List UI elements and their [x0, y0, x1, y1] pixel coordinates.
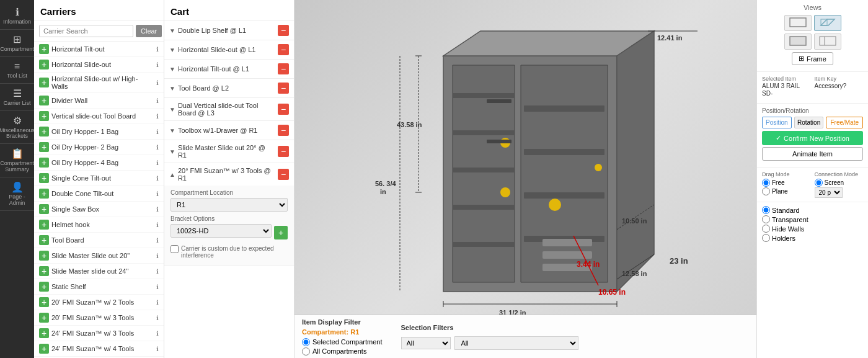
- remove-cart-item-btn[interactable]: −: [278, 63, 289, 74]
- add-carrier-btn[interactable]: +: [39, 220, 49, 230]
- add-carrier-btn[interactable]: +: [39, 158, 49, 168]
- add-carrier-btn[interactable]: +: [39, 313, 49, 323]
- selected-compartment-option[interactable]: Selected Compartment: [302, 338, 383, 346]
- add-carrier-btn[interactable]: +: [39, 60, 49, 69]
- list-item[interactable]: + Slide Master slide out 24" ℹ: [34, 264, 164, 279]
- chevron-down-icon[interactable]: ▼: [169, 127, 175, 134]
- confirm-new-position-btn[interactable]: ✓ Confirm New Position: [762, 131, 863, 145]
- free-radio-option[interactable]: Free: [762, 179, 811, 187]
- chevron-down-icon[interactable]: ▼: [169, 27, 175, 34]
- add-carrier-btn[interactable]: +: [39, 344, 49, 354]
- view-3d-btn[interactable]: [814, 15, 841, 31]
- remove-cart-item-btn[interactable]: −: [278, 104, 289, 115]
- list-item[interactable]: + Double Cone Tilt-out ℹ: [34, 186, 164, 202]
- list-item[interactable]: + Vertical slide-out Tool Board ℹ: [34, 109, 164, 124]
- chevron-down-icon[interactable]: ▼: [169, 47, 175, 53]
- add-carrier-btn[interactable]: +: [39, 328, 49, 338]
- list-item[interactable]: + Oil Dry Hopper- 1 Bag ℹ: [34, 124, 164, 140]
- sidebar-item-information[interactable]: ℹ Information: [0, 2, 34, 30]
- list-item[interactable]: + Helmet hook ℹ: [34, 217, 164, 233]
- add-carrier-btn[interactable]: +: [39, 235, 49, 245]
- list-item[interactable]: + Divider Wall ℹ: [34, 93, 164, 109]
- filter-all-select[interactable]: All: [401, 337, 451, 349]
- add-carrier-btn[interactable]: +: [39, 142, 49, 152]
- remove-cart-item-btn[interactable]: −: [278, 146, 289, 157]
- plane-radio-option[interactable]: Plane: [762, 187, 811, 195]
- frame-button[interactable]: ⊞ Frame: [792, 52, 833, 65]
- list-item[interactable]: + 20' FMI Suzan™ w/ 2 Tools ℹ: [34, 295, 164, 310]
- list-item[interactable]: + Oil Dry Hopper- 2 Bag ℹ: [34, 140, 164, 155]
- add-carrier-btn[interactable]: +: [39, 297, 49, 307]
- view-side-btn[interactable]: [814, 34, 841, 50]
- add-carrier-btn[interactable]: +: [39, 111, 49, 121]
- add-bracket-btn[interactable]: +: [274, 226, 288, 239]
- add-carrier-btn[interactable]: +: [39, 266, 49, 276]
- view-front-btn[interactable]: [784, 15, 812, 31]
- screen-radio-option[interactable]: Screen: [815, 179, 864, 187]
- list-item[interactable]: + 20' FMI Suzan™ w/ 3 Tools ℹ: [34, 310, 164, 326]
- sidebar-item-carrier-list[interactable]: ☰ Carrier List: [0, 84, 34, 111]
- chevron-down-icon[interactable]: ▼: [169, 85, 175, 92]
- free-mate-btn[interactable]: Free/Mate: [826, 117, 863, 128]
- add-carrier-btn[interactable]: +: [39, 204, 49, 214]
- list-item[interactable]: + Horizontal Slide-out w/ High-Walls ℹ: [34, 73, 164, 93]
- sidebar-item-misc-brackets[interactable]: ⚙ Miscellaneous Brackets: [0, 111, 34, 145]
- sidebar-item-tool-list[interactable]: ≡ Tool List: [0, 57, 34, 84]
- add-carrier-btn[interactable]: +: [39, 78, 49, 87]
- remove-cart-item-btn[interactable]: −: [278, 125, 289, 136]
- list-item[interactable]: + Horizontal Tilt-out ℹ: [34, 42, 164, 57]
- list-item[interactable]: + Oil Dry Hopper- 4 Bag ℹ: [34, 155, 164, 171]
- sidebar-item-page-admin[interactable]: 👤 Page - Admin: [0, 177, 34, 211]
- standard-view-option[interactable]: Standard: [762, 206, 863, 214]
- add-carrier-btn[interactable]: +: [39, 282, 49, 292]
- chevron-down-icon[interactable]: ▼: [169, 66, 175, 73]
- all-compartments-radio[interactable]: [302, 347, 310, 356]
- add-carrier-btn[interactable]: +: [39, 251, 49, 261]
- list-item[interactable]: + Single Saw Box ℹ: [34, 202, 164, 217]
- add-carrier-btn[interactable]: +: [39, 189, 49, 199]
- hide-walls-view-radio[interactable]: [762, 225, 770, 233]
- view-top-btn[interactable]: [784, 34, 812, 50]
- compartment-location-select[interactable]: R1 R2 L1: [170, 198, 288, 212]
- list-item[interactable]: + Static Shelf ℹ: [34, 279, 164, 295]
- position-btn[interactable]: Position: [762, 117, 792, 128]
- all-compartments-option[interactable]: All Compartments: [302, 347, 383, 356]
- custom-carrier-checkbox[interactable]: [170, 245, 179, 253]
- list-item[interactable]: + 24' FMI Suzan™ w/ 3 Tools ℹ: [34, 326, 164, 341]
- add-carrier-btn[interactable]: +: [39, 44, 49, 54]
- list-item[interactable]: + Single Cone Tilt-out ℹ: [34, 171, 164, 186]
- remove-cart-item-btn[interactable]: −: [278, 44, 289, 55]
- list-item[interactable]: + Horizontal Slide-out ℹ: [34, 57, 164, 73]
- chevron-up-icon[interactable]: ▲: [169, 171, 175, 178]
- plane-radio[interactable]: [762, 187, 770, 195]
- add-carrier-btn[interactable]: +: [39, 96, 49, 105]
- holders-view-option[interactable]: Holders: [762, 234, 863, 242]
- sidebar-item-compartment-summary[interactable]: 📋 Compartment Summary: [0, 144, 34, 177]
- remove-cart-item-btn[interactable]: −: [278, 83, 289, 94]
- hide-walls-view-option[interactable]: Hide Walls: [762, 225, 863, 233]
- list-item[interactable]: + Tool Board ℹ: [34, 233, 164, 248]
- chevron-down-icon[interactable]: ▼: [169, 148, 175, 155]
- remove-cart-item-btn[interactable]: −: [278, 25, 289, 36]
- animate-item-btn[interactable]: Animate Item: [762, 147, 863, 161]
- standard-view-radio[interactable]: [762, 206, 770, 214]
- remove-cart-item-btn[interactable]: −: [278, 169, 289, 180]
- carrier-search-input[interactable]: [39, 25, 133, 37]
- selection-filter-dropdown[interactable]: All: [454, 336, 578, 350]
- add-carrier-btn[interactable]: +: [39, 173, 49, 183]
- list-item[interactable]: + 24' FMI Suzan™ w/ 4 Tools ℹ: [34, 341, 164, 357]
- add-carrier-btn[interactable]: +: [39, 127, 49, 136]
- bracket-options-select[interactable]: 1002S-HD: [170, 224, 272, 238]
- transparent-view-radio[interactable]: [762, 215, 770, 223]
- transparent-view-option[interactable]: Transparent: [762, 215, 863, 223]
- chevron-down-icon[interactable]: ▼: [169, 106, 175, 113]
- list-item[interactable]: + Slide Master Slide out 20" ℹ: [34, 248, 164, 264]
- rotation-btn[interactable]: Rotation: [794, 117, 824, 128]
- screen-radio[interactable]: [815, 179, 823, 187]
- sidebar-item-compartment[interactable]: ⊞ Compartment: [0, 30, 34, 57]
- selected-compartment-radio[interactable]: [302, 338, 310, 346]
- holders-view-radio[interactable]: [762, 234, 770, 242]
- px-select[interactable]: 20 px 10 px 5 px: [815, 187, 843, 198]
- free-radio[interactable]: [762, 179, 770, 187]
- carrier-clear-button[interactable]: Clear: [136, 25, 162, 37]
